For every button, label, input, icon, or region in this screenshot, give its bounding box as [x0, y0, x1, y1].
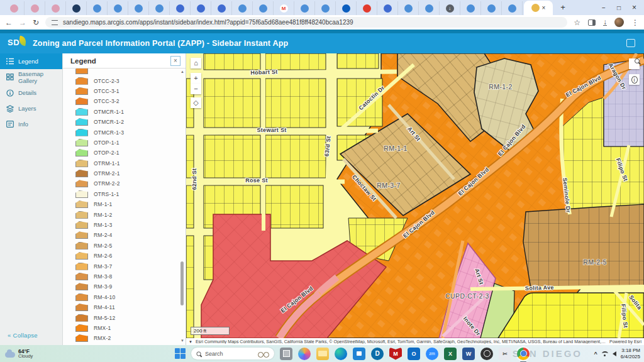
pinned-tab[interactable] [336, 1, 357, 15]
wifi-icon[interactable] [602, 351, 608, 356]
url-bar[interactable]: sandiego.maps.arcgis.com/apps/instant/si… [45, 17, 567, 28]
pinned-tab[interactable] [170, 1, 191, 15]
legend-item[interactable]: RM-1-3 [75, 220, 186, 230]
legend-item[interactable]: OTOP-1-1 [75, 138, 186, 148]
tab-close-icon[interactable]: × [542, 4, 546, 11]
taskbar-app-clock-icon[interactable] [480, 348, 493, 360]
legend-item[interactable]: OTRM-2-2 [75, 178, 186, 189]
pinned-tab[interactable] [357, 1, 377, 15]
taskbar-app-dell-icon[interactable]: D [371, 348, 384, 360]
legend-item[interactable]: RM-1-2 [75, 209, 186, 219]
pinned-tab[interactable] [108, 1, 128, 15]
legend-item[interactable]: RM-2-4 [75, 230, 186, 240]
sidebar-item-legend[interactable]: Legend [0, 53, 62, 69]
pinned-tab[interactable] [211, 1, 232, 15]
legend-close-icon[interactable]: × [170, 56, 180, 66]
taskbar-app-excel-icon[interactable]: X [444, 348, 457, 360]
volume-icon[interactable] [613, 351, 616, 356]
pinned-tab[interactable] [481, 1, 502, 15]
home-button[interactable]: ⌂ [191, 58, 201, 69]
pinned-tab[interactable] [253, 1, 274, 15]
pinned-tab[interactable] [294, 1, 315, 15]
legend-item[interactable]: RMX-1 [75, 323, 186, 333]
pinned-tab[interactable] [4, 1, 25, 15]
header-share-icon[interactable] [626, 39, 635, 47]
map-search-button[interactable] [629, 58, 640, 69]
legend-item[interactable]: OTRM-2-1 [75, 168, 186, 178]
taskbar-app-copilot-icon[interactable] [298, 348, 311, 360]
pinned-tab[interactable] [87, 1, 108, 15]
taskbar-app-zoom-icon[interactable]: zm [426, 348, 438, 360]
sidebar-item-info[interactable]: Info [0, 116, 62, 132]
legend-item[interactable]: OTMCR-1-1 [75, 107, 186, 117]
zoom-out-button[interactable]: − [191, 84, 201, 94]
sidebar-item-basemap-gallery[interactable]: Basemap Gallery [0, 69, 62, 85]
sidebar-collapse-button[interactable]: « Collapse [8, 332, 38, 339]
legend-item[interactable]: OTCC-3-2 [75, 96, 186, 106]
taskbar-search[interactable]: Search [191, 348, 274, 359]
window-minimize-icon[interactable]: − [602, 4, 606, 11]
scroll-down-icon[interactable]: ▼ [180, 339, 184, 343]
pinned-tab[interactable] [128, 1, 149, 15]
taskbar-app-snip-icon[interactable]: ✂ [499, 348, 511, 360]
legend-item[interactable]: RM-1-1 [75, 199, 186, 209]
taskbar-app-task-view-icon[interactable] [280, 348, 292, 360]
legend-item[interactable]: RM-2-5 [75, 241, 186, 251]
pinned-tab[interactable] [502, 1, 523, 15]
pinned-tab[interactable] [191, 1, 211, 15]
pinned-tab[interactable] [398, 1, 419, 15]
legend-item[interactable] [75, 69, 186, 75]
legend-item[interactable]: OTMCR-1-2 [75, 117, 186, 127]
legend-item[interactable]: OTCC-2-3 [75, 75, 186, 85]
pinned-tab[interactable] [419, 1, 440, 15]
taskbar-app-outlook-icon[interactable]: O [408, 348, 420, 360]
map-info-button[interactable]: i [629, 74, 640, 85]
legend-item[interactable]: RM-3-7 [75, 261, 186, 271]
legend-item[interactable]: RM-2-6 [75, 251, 186, 261]
legend-item[interactable]: RM-4-10 [75, 292, 186, 302]
zoning-map[interactable]: RM-1-2RM-1-1RM-3-7RM-2-5CUPD-CT-2-3 Hoba… [186, 53, 644, 338]
site-settings-icon[interactable] [52, 20, 58, 25]
taskbar-app-store-icon[interactable] [353, 348, 365, 360]
taskbar-app-mcafee-icon[interactable]: M [389, 348, 402, 360]
pinned-tab[interactable] [377, 1, 398, 15]
taskbar-app-edge-icon[interactable] [335, 348, 347, 360]
pinned-tab[interactable]: M [274, 1, 294, 15]
attribution-expand-icon[interactable]: ▼ [189, 340, 192, 344]
legend-scrollbar[interactable]: ▲ ▼ [179, 70, 184, 343]
legend-item[interactable]: OTOP-2-1 [75, 148, 186, 158]
pinned-tab[interactable] [460, 1, 481, 15]
start-button[interactable] [175, 348, 186, 359]
window-maximize-icon[interactable]: □ [617, 4, 621, 11]
legend-item[interactable]: OTRM-1-1 [75, 158, 186, 168]
new-tab-button[interactable]: + [557, 1, 569, 14]
taskbar-weather-widget[interactable]: 64°F Cloudy [5, 349, 33, 359]
zone-brown-rm25[interactable] [523, 204, 644, 288]
zoom-in-button[interactable]: + [191, 73, 201, 84]
sidebar-item-layers[interactable]: Layers [0, 101, 62, 116]
legend-item[interactable]: RM-4-11 [75, 302, 186, 312]
pinned-tab[interactable] [232, 1, 253, 15]
reload-icon[interactable]: ↻ [33, 18, 39, 27]
tray-caret-icon[interactable]: ^ [594, 351, 597, 357]
bookmark-star-icon[interactable]: ☆ [574, 18, 580, 27]
legend-item[interactable]: OTCC-3-1 [75, 86, 186, 96]
pinned-tab[interactable] [149, 1, 170, 15]
downloads-icon[interactable]: ↓ [603, 19, 607, 26]
legend-item[interactable]: RM-3-8 [75, 272, 186, 282]
map-canvas[interactable]: RM-1-2RM-1-1RM-3-7RM-2-5CUPD-CT-2-3 Hoba… [186, 53, 644, 345]
taskbar-clock[interactable]: 3:18 PM 6/4/2025 [621, 348, 640, 359]
pinned-tab[interactable] [66, 1, 87, 15]
legend-item[interactable]: RMX-2 [75, 333, 186, 343]
active-tab[interactable]: × [524, 1, 553, 15]
legend-scrollbar-thumb[interactable] [180, 261, 184, 305]
legend-item[interactable]: OTMCR-1-3 [75, 127, 186, 137]
legend-item[interactable]: RM-5-12 [75, 312, 186, 322]
forward-icon[interactable]: → [19, 18, 26, 27]
legend-item[interactable]: OTRS-1-1 [75, 189, 186, 199]
profile-avatar[interactable] [614, 18, 624, 27]
pinned-tab[interactable] [315, 1, 336, 15]
pinned-tab[interactable] [45, 1, 66, 15]
sidebar-item-details[interactable]: Details [0, 85, 62, 101]
locate-button[interactable]: ◇ [191, 97, 201, 108]
